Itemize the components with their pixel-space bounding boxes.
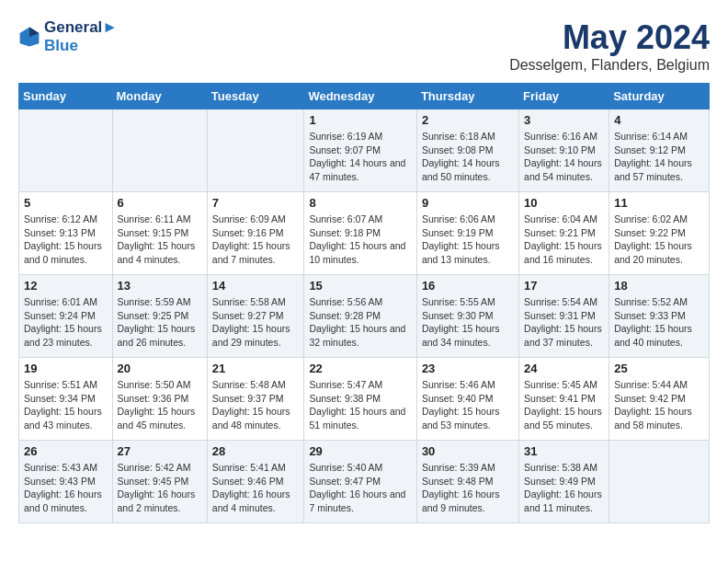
day-number: 31 xyxy=(524,444,604,458)
weekday-header-friday: Friday xyxy=(519,84,609,109)
week-row-3: 12Sunrise: 6:01 AM Sunset: 9:24 PM Dayli… xyxy=(19,275,710,358)
day-content: Sunrise: 6:12 AM Sunset: 9:13 PM Dayligh… xyxy=(24,213,108,267)
day-content: Sunrise: 6:01 AM Sunset: 9:24 PM Dayligh… xyxy=(24,295,108,350)
day-number: 24 xyxy=(524,362,604,375)
day-content: Sunrise: 5:50 AM Sunset: 9:36 PM Dayligh… xyxy=(118,378,202,432)
day-content: Sunrise: 5:43 AM Sunset: 9:43 PM Dayligh… xyxy=(24,461,108,515)
day-number: 19 xyxy=(24,362,108,375)
day-content: Sunrise: 5:38 AM Sunset: 9:49 PM Dayligh… xyxy=(524,461,604,515)
calendar-cell: 17Sunrise: 5:54 AM Sunset: 9:31 PM Dayli… xyxy=(519,275,609,358)
calendar-cell: 28Sunrise: 5:41 AM Sunset: 9:46 PM Dayli… xyxy=(207,441,304,523)
day-content: Sunrise: 6:18 AM Sunset: 9:08 PM Dayligh… xyxy=(422,130,514,184)
calendar-cell: 29Sunrise: 5:40 AM Sunset: 9:47 PM Dayli… xyxy=(304,441,417,523)
day-number: 18 xyxy=(614,279,704,293)
calendar-cell: 21Sunrise: 5:48 AM Sunset: 9:37 PM Dayli… xyxy=(207,358,304,441)
calendar-table: SundayMondayTuesdayWednesdayThursdayFrid… xyxy=(18,83,710,523)
day-content: Sunrise: 6:16 AM Sunset: 9:10 PM Dayligh… xyxy=(524,130,604,184)
day-content: Sunrise: 6:02 AM Sunset: 9:22 PM Dayligh… xyxy=(614,213,704,267)
weekday-header-monday: Monday xyxy=(112,84,207,109)
day-number: 11 xyxy=(614,196,704,210)
day-number: 20 xyxy=(118,362,202,375)
calendar-cell: 31Sunrise: 5:38 AM Sunset: 9:49 PM Dayli… xyxy=(519,441,609,523)
day-number: 23 xyxy=(422,362,514,375)
week-row-1: 1Sunrise: 6:19 AM Sunset: 9:07 PM Daylig… xyxy=(19,109,710,192)
calendar-cell: 11Sunrise: 6:02 AM Sunset: 9:22 PM Dayli… xyxy=(609,192,710,275)
day-content: Sunrise: 6:11 AM Sunset: 9:15 PM Dayligh… xyxy=(118,213,202,267)
calendar-cell: 27Sunrise: 5:42 AM Sunset: 9:45 PM Dayli… xyxy=(112,441,207,523)
day-content: Sunrise: 5:51 AM Sunset: 9:34 PM Dayligh… xyxy=(24,378,108,432)
day-number: 14 xyxy=(212,279,300,293)
day-content: Sunrise: 5:54 AM Sunset: 9:31 PM Dayligh… xyxy=(524,295,604,350)
day-number: 8 xyxy=(309,196,412,210)
day-content: Sunrise: 5:55 AM Sunset: 9:30 PM Dayligh… xyxy=(422,295,514,350)
day-number: 13 xyxy=(118,279,202,293)
logo-text: General► Blue xyxy=(44,18,118,55)
day-content: Sunrise: 5:58 AM Sunset: 9:27 PM Dayligh… xyxy=(212,295,300,350)
weekday-header-wednesday: Wednesday xyxy=(304,84,417,109)
day-content: Sunrise: 5:40 AM Sunset: 9:47 PM Dayligh… xyxy=(309,461,412,515)
calendar-cell: 26Sunrise: 5:43 AM Sunset: 9:43 PM Dayli… xyxy=(19,441,113,523)
day-number: 27 xyxy=(118,444,202,458)
calendar-cell: 6Sunrise: 6:11 AM Sunset: 9:15 PM Daylig… xyxy=(112,192,207,275)
day-content: Sunrise: 5:56 AM Sunset: 9:28 PM Dayligh… xyxy=(309,295,412,350)
day-number: 2 xyxy=(422,113,514,127)
calendar-cell: 13Sunrise: 5:59 AM Sunset: 9:25 PM Dayli… xyxy=(112,275,207,358)
day-content: Sunrise: 5:39 AM Sunset: 9:48 PM Dayligh… xyxy=(422,461,514,515)
calendar-cell xyxy=(609,441,710,523)
day-number: 21 xyxy=(212,362,300,375)
title-block: May 2024 Desselgem, Flanders, Belgium xyxy=(509,18,710,74)
calendar-cell: 16Sunrise: 5:55 AM Sunset: 9:30 PM Dayli… xyxy=(416,275,518,358)
calendar-cell: 18Sunrise: 5:52 AM Sunset: 9:33 PM Dayli… xyxy=(609,275,710,358)
calendar-cell xyxy=(19,109,113,192)
day-content: Sunrise: 5:48 AM Sunset: 9:37 PM Dayligh… xyxy=(212,378,300,432)
calendar-cell: 22Sunrise: 5:47 AM Sunset: 9:38 PM Dayli… xyxy=(304,358,417,441)
day-content: Sunrise: 6:09 AM Sunset: 9:16 PM Dayligh… xyxy=(212,213,300,267)
weekday-header-thursday: Thursday xyxy=(416,84,518,109)
weekday-header-sunday: Sunday xyxy=(19,84,113,109)
day-content: Sunrise: 6:04 AM Sunset: 9:21 PM Dayligh… xyxy=(524,213,604,267)
day-number: 6 xyxy=(118,196,202,210)
calendar-cell xyxy=(207,109,304,192)
calendar-cell: 20Sunrise: 5:50 AM Sunset: 9:36 PM Dayli… xyxy=(112,358,207,441)
calendar-cell: 10Sunrise: 6:04 AM Sunset: 9:21 PM Dayli… xyxy=(519,192,609,275)
day-number: 22 xyxy=(309,362,412,375)
calendar-cell: 3Sunrise: 6:16 AM Sunset: 9:10 PM Daylig… xyxy=(519,109,609,192)
day-content: Sunrise: 5:59 AM Sunset: 9:25 PM Dayligh… xyxy=(118,295,202,350)
calendar-title: May 2024 xyxy=(509,18,710,57)
day-number: 28 xyxy=(212,444,300,458)
day-content: Sunrise: 5:41 AM Sunset: 9:46 PM Dayligh… xyxy=(212,461,300,515)
page-header: General► Blue May 2024 Desselgem, Flande… xyxy=(18,18,710,74)
calendar-cell: 15Sunrise: 5:56 AM Sunset: 9:28 PM Dayli… xyxy=(304,275,417,358)
weekday-header-row: SundayMondayTuesdayWednesdayThursdayFrid… xyxy=(19,84,710,109)
calendar-cell: 12Sunrise: 6:01 AM Sunset: 9:24 PM Dayli… xyxy=(19,275,113,358)
day-number: 26 xyxy=(24,444,108,458)
day-number: 4 xyxy=(614,113,704,127)
week-row-2: 5Sunrise: 6:12 AM Sunset: 9:13 PM Daylig… xyxy=(19,192,710,275)
week-row-5: 26Sunrise: 5:43 AM Sunset: 9:43 PM Dayli… xyxy=(19,441,710,523)
calendar-cell: 1Sunrise: 6:19 AM Sunset: 9:07 PM Daylig… xyxy=(304,109,417,192)
week-row-4: 19Sunrise: 5:51 AM Sunset: 9:34 PM Dayli… xyxy=(19,358,710,441)
day-number: 10 xyxy=(524,196,604,210)
calendar-cell: 25Sunrise: 5:44 AM Sunset: 9:42 PM Dayli… xyxy=(609,358,710,441)
calendar-cell: 9Sunrise: 6:06 AM Sunset: 9:19 PM Daylig… xyxy=(416,192,518,275)
day-number: 17 xyxy=(524,279,604,293)
calendar-cell: 24Sunrise: 5:45 AM Sunset: 9:41 PM Dayli… xyxy=(519,358,609,441)
day-content: Sunrise: 5:52 AM Sunset: 9:33 PM Dayligh… xyxy=(614,295,704,350)
day-content: Sunrise: 6:06 AM Sunset: 9:19 PM Dayligh… xyxy=(422,213,514,267)
day-number: 15 xyxy=(309,279,412,293)
day-content: Sunrise: 5:42 AM Sunset: 9:45 PM Dayligh… xyxy=(118,461,202,515)
logo: General► Blue xyxy=(18,18,118,55)
day-content: Sunrise: 5:47 AM Sunset: 9:38 PM Dayligh… xyxy=(309,378,412,432)
day-number: 25 xyxy=(614,362,704,375)
day-number: 5 xyxy=(24,196,108,210)
day-number: 1 xyxy=(309,113,412,127)
calendar-cell xyxy=(112,109,207,192)
calendar-cell: 14Sunrise: 5:58 AM Sunset: 9:27 PM Dayli… xyxy=(207,275,304,358)
day-content: Sunrise: 5:44 AM Sunset: 9:42 PM Dayligh… xyxy=(614,378,704,432)
day-number: 16 xyxy=(422,279,514,293)
weekday-header-tuesday: Tuesday xyxy=(207,84,304,109)
day-content: Sunrise: 6:19 AM Sunset: 9:07 PM Dayligh… xyxy=(309,130,412,184)
day-number: 3 xyxy=(524,113,604,127)
calendar-cell: 4Sunrise: 6:14 AM Sunset: 9:12 PM Daylig… xyxy=(609,109,710,192)
day-number: 7 xyxy=(212,196,300,210)
